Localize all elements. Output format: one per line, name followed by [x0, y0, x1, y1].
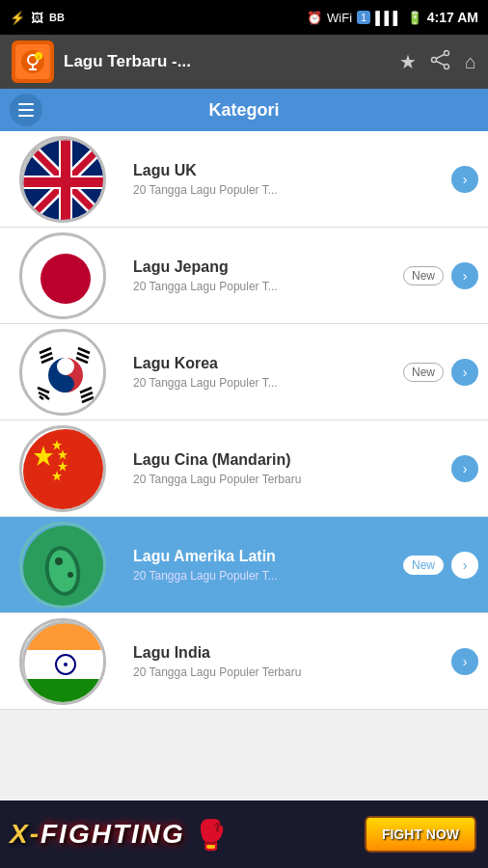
chevron-icon[interactable]: ›: [451, 262, 478, 289]
menu-line-1: [18, 103, 34, 105]
bb-icon: BB: [49, 12, 65, 23]
fight-now-button[interactable]: FIGHT NOW: [365, 816, 476, 853]
svg-point-6: [444, 50, 448, 55]
menu-line-2: [18, 109, 34, 111]
ad-character-icon: 🥊: [193, 818, 229, 852]
new-badge: New: [403, 363, 444, 382]
status-bar: ⚡ 🖼 BB ⏰ WiFi 1 ▌▌▌ 🔋 4:17 AM: [0, 0, 488, 35]
svg-point-50: [68, 572, 73, 578]
item-right-korea: New ›: [403, 359, 488, 386]
flag-china-container: [0, 420, 125, 517]
star-icon[interactable]: ★: [399, 50, 417, 73]
item-title: Lagu Cina (Mandarin): [133, 451, 444, 469]
flag-india: [19, 618, 106, 705]
svg-point-8: [444, 64, 448, 68]
svg-line-10: [436, 61, 444, 65]
item-title: Lagu UK: [133, 162, 444, 179]
new-badge: New: [403, 266, 444, 285]
menu-icon: [18, 103, 34, 117]
item-info-china: Lagu Cina (Mandarin) 20 Tangga Lagu Popu…: [125, 451, 451, 486]
item-title: Lagu Jepang: [133, 258, 395, 276]
wifi-icon: WiFi: [327, 11, 352, 25]
chevron-icon[interactable]: ›: [451, 455, 478, 482]
item-right-india: ›: [451, 648, 488, 675]
item-subtitle: 20 Tangga Lagu Populer T...: [133, 183, 444, 197]
svg-point-40: [23, 429, 106, 512]
flag-latin: [19, 522, 106, 609]
item-subtitle: 20 Tangga Lagu Populer T...: [133, 376, 395, 390]
list-item[interactable]: Lagu Cina (Mandarin) 20 Tangga Lagu Popu…: [0, 420, 488, 517]
flag-uk-container: [0, 131, 125, 228]
item-right-china: ›: [451, 455, 488, 482]
item-title: Lagu Korea: [133, 355, 395, 372]
signal-icon: ▌▌▌: [375, 11, 402, 25]
title-actions: ★ ⌂: [399, 49, 476, 75]
item-info-uk: Lagu UK 20 Tangga Lagu Populer T...: [125, 162, 451, 197]
home-icon[interactable]: ⌂: [465, 51, 476, 73]
item-right-japan: New ›: [403, 262, 488, 289]
flag-japan-container: [0, 228, 125, 324]
chevron-icon[interactable]: ›: [451, 166, 478, 193]
svg-line-9: [436, 54, 444, 58]
alarm-icon: ⏰: [307, 11, 322, 25]
svg-point-56: [64, 663, 68, 666]
image-icon: 🖼: [31, 11, 43, 25]
menu-line-3: [18, 115, 34, 117]
title-bar: ♪ Lagu Terbaru -... ★ ⌂: [0, 35, 488, 89]
flag-korea-container: [0, 324, 125, 420]
list-item[interactable]: Lagu UK 20 Tangga Lagu Populer T... ›: [0, 131, 488, 228]
item-info-japan: Lagu Jepang 20 Tangga Lagu Populer T...: [125, 258, 403, 293]
item-title: Lagu India: [133, 644, 444, 662]
menu-button[interactable]: [10, 94, 42, 126]
ad-left: X- FIGHTING 🥊: [0, 818, 365, 852]
list-item[interactable]: Lagu Korea 20 Tangga Lagu Populer T... N…: [0, 324, 488, 420]
item-subtitle: 20 Tangga Lagu Populer Terbaru: [133, 473, 444, 486]
list-item[interactable]: Lagu India 20 Tangga Lagu Populer Terbar…: [0, 613, 488, 710]
battery-icon: 🔋: [407, 11, 422, 25]
usb-icon: ⚡: [10, 11, 25, 25]
svg-point-7: [431, 57, 436, 62]
ad-title-fighting: FIGHTING: [41, 819, 185, 850]
ad-banner[interactable]: X- FIGHTING 🥊 FIGHT NOW: [0, 800, 488, 868]
item-subtitle: 20 Tangga Lagu Populer T...: [133, 280, 395, 293]
share-icon[interactable]: [430, 49, 451, 75]
item-right-latin: New ›: [403, 552, 488, 579]
item-title: Lagu Amerika Latin: [133, 548, 395, 565]
chevron-icon[interactable]: ›: [451, 552, 478, 579]
flag-korea: [19, 329, 106, 416]
chevron-icon[interactable]: ›: [451, 648, 478, 675]
new-badge: New: [403, 556, 444, 575]
svg-rect-19: [22, 177, 106, 187]
svg-point-23: [41, 254, 91, 304]
item-subtitle: 20 Tangga Lagu Populer T...: [133, 569, 395, 583]
chevron-icon[interactable]: ›: [451, 359, 478, 386]
app-icon-inner: ♪: [15, 44, 50, 79]
page-title: Kategori: [208, 100, 279, 121]
category-list: Lagu UK 20 Tangga Lagu Populer T... › La…: [0, 131, 488, 800]
item-right-uk: ›: [451, 166, 488, 193]
svg-point-49: [55, 557, 63, 565]
list-item[interactable]: Lagu Jepang 20 Tangga Lagu Populer T... …: [0, 228, 488, 324]
sim-badge: 1: [357, 11, 370, 24]
app-title: Lagu Terbaru -...: [64, 52, 390, 71]
list-item[interactable]: Lagu Amerika Latin 20 Tangga Lagu Popule…: [0, 517, 488, 613]
status-bar-left: ⚡ 🖼 BB: [10, 11, 65, 25]
status-bar-right: ⏰ WiFi 1 ▌▌▌ 🔋 4:17 AM: [307, 10, 478, 25]
flag-uk: [19, 136, 106, 223]
ad-title-x: X-: [10, 819, 41, 850]
flag-japan: [19, 232, 106, 319]
category-header: Kategori: [0, 89, 488, 131]
item-subtitle: 20 Tangga Lagu Populer Terbaru: [133, 665, 444, 679]
flag-china: [19, 425, 106, 512]
fight-now-label: FIGHT NOW: [382, 827, 459, 842]
status-time: 4:17 AM: [427, 10, 478, 25]
flag-latin-container: [0, 517, 125, 613]
item-info-india: Lagu India 20 Tangga Lagu Populer Terbar…: [125, 644, 451, 679]
item-info-latin: Lagu Amerika Latin 20 Tangga Lagu Popule…: [125, 548, 403, 583]
flag-india-container: [0, 613, 125, 710]
item-info-korea: Lagu Korea 20 Tangga Lagu Populer T...: [125, 355, 403, 390]
app-icon: ♪: [12, 41, 54, 83]
svg-text:♪: ♪: [37, 53, 41, 60]
svg-point-24: [23, 333, 106, 416]
